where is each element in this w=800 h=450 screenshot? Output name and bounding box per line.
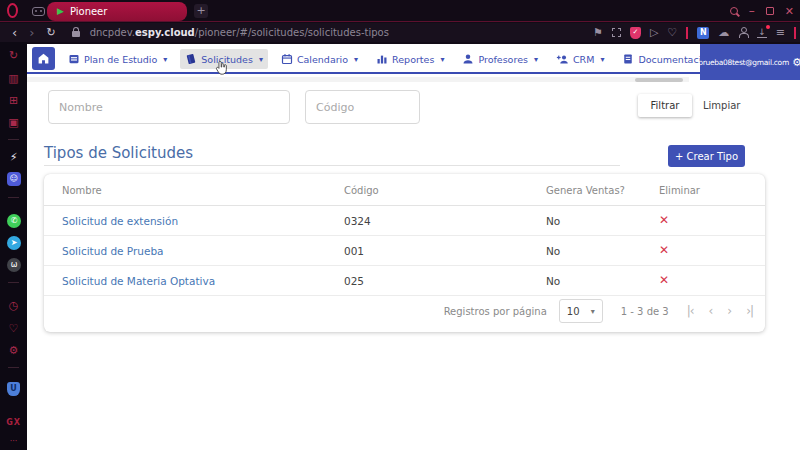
vpn-shield-icon[interactable]: ✓ [630, 27, 641, 39]
whatsapp-icon[interactable]: ✆ [7, 214, 21, 228]
nav-item-calendario[interactable]: Calendario ▾ [276, 49, 363, 69]
chevron-down-icon: ▾ [534, 55, 538, 64]
nav-item-documentaciones[interactable]: Documentaciones ▾ [617, 49, 705, 69]
last-page-icon[interactable]: ›| [746, 305, 753, 317]
home-button[interactable] [32, 47, 55, 70]
divider [686, 27, 688, 39]
column-header-genera-ventas: Genera Ventas? [546, 185, 625, 196]
next-page-icon[interactable]: › [727, 305, 731, 317]
nav-item-crm[interactable]: CRM ▾ [551, 49, 609, 69]
filtrar-button[interactable]: Filtrar [638, 94, 692, 117]
gx-corner-icon[interactable]: ↻ [0, 50, 27, 61]
favorites-heart-icon[interactable]: ♡ [667, 27, 677, 38]
row-codigo: 025 [344, 275, 364, 287]
delete-row-icon[interactable]: ✕ [659, 243, 669, 257]
address-bar: ‹ › ↻ dncpdev.espy.cloud/pioneer/#/solic… [0, 23, 800, 42]
solicitudes-icon [185, 53, 197, 65]
chevron-down-icon: ▾ [354, 55, 358, 64]
tab-favicon-play-icon: ▶ [57, 7, 64, 16]
divider [8, 367, 19, 368]
browser-tab-pioneer[interactable]: ▶ Pioneer [47, 2, 187, 21]
search-icon[interactable] [730, 7, 738, 15]
mods-icon[interactable]: ♡ [0, 323, 27, 334]
mouse-cursor-hand [213, 59, 230, 78]
nombre-filter-input[interactable] [48, 90, 290, 124]
tab-title: Pioneer [70, 6, 107, 17]
gx-play-icon[interactable]: ⚡ [0, 152, 27, 163]
user-email: prueba08test@gmail.com [698, 58, 789, 67]
speed-dial-icon[interactable]: ⊞ [0, 95, 27, 106]
window-controls: – ✕ [730, 0, 794, 22]
row-codigo: 001 [344, 245, 364, 257]
row-nombre-link[interactable]: Solicitud de Materia Optativa [62, 275, 215, 287]
gx-store-icon[interactable]: ▣ [0, 117, 27, 128]
table-row: Solicitud de Materia Optativa 025 No ✕ [44, 266, 765, 296]
back-button[interactable]: ‹ [12, 26, 17, 39]
easy-setup-menu-icon[interactable]: ≡ [776, 27, 785, 38]
limpiar-button[interactable]: Limpiar [703, 94, 740, 117]
nav-item-reportes[interactable]: Reportes ▾ [371, 49, 449, 69]
extension-badge-icon[interactable]: N [697, 27, 709, 39]
security-shield-icon[interactable]: U [7, 382, 20, 396]
profile-icon[interactable] [738, 27, 748, 38]
navbar-scrollbar[interactable] [27, 77, 689, 82]
pagination-arrows: |‹ ‹ › ›| [687, 305, 753, 317]
row-nombre-link[interactable]: Solicitud de Prueba [62, 245, 164, 257]
lock-icon[interactable] [72, 31, 80, 37]
first-page-icon[interactable]: |‹ [687, 305, 694, 317]
settings-gear-icon[interactable]: ⚙ [0, 345, 27, 356]
close-button[interactable]: ✕ [785, 5, 794, 18]
forward-button[interactable]: › [29, 26, 34, 39]
tab-bar: ▶ Pioneer + – ✕ [0, 0, 800, 22]
discord-icon[interactable]: ω [7, 258, 21, 272]
opera-logo-icon[interactable] [7, 3, 18, 18]
nav-item-plan-de-estudio[interactable]: Plan de Estudio ▾ [63, 49, 172, 69]
url-text[interactable]: dncpdev.espy.cloud/pioneer/#/solicitudes… [90, 27, 389, 38]
nav-label: CRM [573, 54, 594, 65]
history-icon[interactable]: ◷ [0, 300, 27, 311]
row-nombre-link[interactable]: Solicitud de extensión [62, 215, 178, 227]
delete-row-icon[interactable]: ✕ [659, 273, 669, 287]
chevron-down-icon: ▾ [163, 55, 167, 64]
gx-logo: GX [0, 418, 27, 427]
sidebar-footer-dots[interactable]: ··· [0, 438, 27, 446]
nav-items: Plan de Estudio ▾ Solicitudes ▾ Calendar… [63, 44, 705, 74]
reload-button[interactable]: ↻ [46, 27, 55, 38]
nav-label: Reportes [392, 54, 434, 65]
row-genera-ventas: No [546, 215, 560, 227]
gx-aria-icon[interactable]: ▥ [0, 73, 27, 84]
myflow-cloud-icon[interactable]: ☁ [718, 27, 729, 38]
nav-item-profesores[interactable]: Profesores ▾ [457, 49, 543, 69]
gear-icon: ⚙ [792, 57, 800, 68]
navbar-scrollbar-thumb[interactable] [635, 78, 683, 82]
new-tab-button[interactable]: + [194, 4, 208, 18]
codigo-filter-input[interactable] [305, 90, 420, 124]
minimize-button[interactable]: – [749, 6, 755, 16]
user-menu[interactable]: prueba08test@gmail.com ⚙ [700, 44, 800, 80]
column-header-codigo: Código [344, 185, 379, 196]
chevron-down-icon: ▾ [259, 55, 263, 64]
chevron-down-icon: ▾ [440, 55, 444, 64]
snapshot-icon[interactable] [612, 28, 621, 37]
row-codigo: 0324 [344, 215, 371, 227]
divider [794, 27, 796, 39]
page-size-select[interactable]: 10 ▾ [559, 299, 603, 323]
nav-label: Calendario [297, 54, 348, 65]
bar-chart-icon [376, 53, 388, 65]
table-row: Solicitud de Prueba 001 No ✕ [44, 236, 765, 266]
tab-workspace-icon[interactable] [32, 7, 45, 16]
page-size-label: Registros por página [444, 306, 547, 317]
downloads-icon[interactable]: ↓ [757, 28, 767, 38]
crear-tipo-button[interactable]: + Crear Tipo [668, 145, 745, 167]
previous-page-icon[interactable]: ‹ [709, 305, 713, 317]
page-title: Tipos de Solicitudes [44, 144, 193, 162]
calendar-icon [281, 53, 293, 65]
messenger-app-icon[interactable]: ☺ [7, 172, 21, 186]
row-genera-ventas: No [546, 275, 560, 287]
bookmark-flag-icon[interactable]: ⚑ [593, 27, 603, 38]
divider [8, 282, 19, 283]
player-icon[interactable]: ▷ [650, 27, 658, 38]
restore-button[interactable] [766, 7, 774, 15]
delete-row-icon[interactable]: ✕ [659, 213, 669, 227]
telegram-icon[interactable]: ➤ [7, 236, 21, 250]
